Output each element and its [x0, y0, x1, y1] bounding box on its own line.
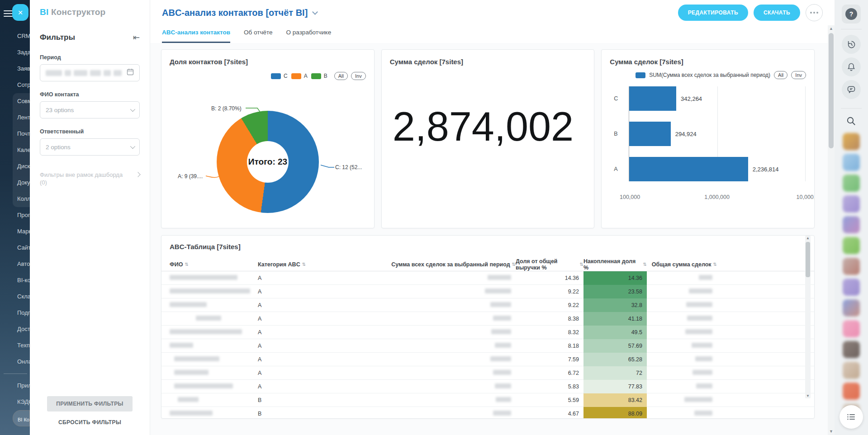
title-dropdown-chevron-icon[interactable] [312, 9, 318, 15]
sidebar-item-сотр[interactable]: Сотр [0, 77, 30, 93]
table-row: A14.3614.36 [161, 271, 814, 285]
sidebar-item-онла[interactable]: Онла [0, 354, 30, 370]
scroll-down-arrow-icon[interactable]: ▼ [828, 429, 835, 434]
bar-A[interactable] [629, 157, 748, 181]
sidebar-item-почт[interactable]: Почт [13, 126, 30, 142]
legend-swatch[interactable] [636, 72, 645, 78]
collapse-panel-icon[interactable]: ⇤ [133, 33, 140, 43]
app-icon-blurred[interactable] [843, 279, 860, 296]
column-header-3[interactable]: Доля от общей выручки %⇅ [516, 258, 583, 271]
sidebar-item-совм[interactable]: Совм [13, 93, 30, 109]
tab-abc-analysis[interactable]: ABC-анализ контактов [162, 29, 230, 43]
column-header-0[interactable]: ФИО⇅ [170, 261, 258, 268]
report-header: ABC-анализ контактов [отчёт BI] РЕДАКТИР… [150, 0, 835, 25]
tab-about-report[interactable]: Об отчёте [244, 29, 272, 43]
legend-swatch [291, 73, 301, 79]
edit-button[interactable]: РЕДАКТИРОВАТЬ [678, 5, 748, 21]
tab-about-developer[interactable]: О разработчике [286, 29, 332, 43]
contact-name-select[interactable]: 23 options [40, 101, 140, 118]
legend-item-B[interactable]: B [311, 73, 327, 79]
app-icon-blurred[interactable] [843, 383, 860, 400]
table-row: B5.5983.42 [161, 393, 814, 407]
sidebar-item-прил[interactable]: Прил [0, 378, 30, 394]
app-icon-blurred[interactable] [843, 341, 860, 358]
cell-share: 9.22 [516, 302, 583, 308]
reset-filters-button[interactable]: СБРОСИТЬ ФИЛЬТРЫ [56, 419, 124, 426]
sidebar-item-марк[interactable]: Марк [0, 223, 30, 240]
page-scrollbar-thumb[interactable] [829, 33, 834, 148]
app-icon-blurred[interactable] [843, 320, 860, 337]
legend-label: C [284, 73, 288, 79]
outer-filters-label: Фильтры вне рамок дашборда [40, 171, 123, 178]
notifications-button[interactable] [842, 57, 861, 76]
legend-swatch [271, 73, 281, 79]
sidebar-item-скла[interactable]: Скла [0, 288, 30, 305]
sidebar-item-авто[interactable]: Авто [0, 256, 30, 272]
search-button[interactable] [846, 116, 857, 128]
page-scrollbar[interactable]: ▲ ▼ [828, 25, 835, 435]
period-input[interactable] [40, 64, 140, 81]
column-label: Категория ABC [258, 261, 300, 268]
app-icon-blurred[interactable] [843, 216, 860, 233]
sidebar-item-crm[interactable]: CRM [0, 28, 30, 44]
sidebar-item-заяв[interactable]: Заяв [0, 61, 30, 77]
widget-menu-button[interactable] [840, 405, 863, 429]
history-button[interactable] [842, 35, 861, 54]
cell-name-blurred [170, 397, 258, 403]
sidebar-item-колл[interactable]: Колл [13, 191, 30, 207]
sidebar-item-кэдо[interactable]: КЭДО [0, 394, 30, 410]
column-label: Сумма всех сделок за выбранный период [391, 261, 510, 268]
donut-slices[interactable]: Итого: 23 [217, 111, 319, 213]
sidebar-item-доку[interactable]: Доку [13, 175, 30, 191]
messenger-button[interactable] [842, 80, 861, 99]
app-icon-blurred[interactable] [843, 258, 860, 275]
bar-B[interactable] [629, 122, 670, 146]
legend-swatch [311, 73, 321, 79]
legend-all-button[interactable]: All [774, 71, 787, 79]
scroll-up-arrow-icon[interactable]: ▲ [828, 26, 835, 31]
sidebar-item-кале[interactable]: Кале [13, 142, 30, 158]
legend-item-C[interactable]: C [271, 73, 288, 79]
cell-total-blurred [647, 316, 717, 322]
sidebar-item-прог[interactable]: Прог [0, 207, 30, 223]
sidebar-item-дост[interactable]: Дост [0, 321, 30, 337]
bar-plot: C342,264B294,924A2,236,814 [629, 86, 805, 181]
table-scrollbar[interactable]: ▲ ▼ [805, 236, 811, 398]
sidebar-item-лент[interactable]: Лент [13, 109, 30, 126]
app-icon-blurred[interactable] [843, 362, 860, 379]
app-icon-blurred[interactable] [843, 195, 860, 213]
legend-inv-button[interactable]: Inv [791, 71, 806, 79]
apply-filters-button[interactable]: ПРИМЕНИТЬ ФИЛЬТРЫ [47, 396, 132, 411]
table-scrollbar-thumb[interactable] [806, 242, 810, 277]
app-icon-blurred[interactable] [843, 175, 860, 192]
close-panel-button[interactable]: × [12, 4, 28, 21]
scroll-down-arrow-icon[interactable]: ▼ [805, 394, 811, 398]
app-icon-blurred[interactable] [843, 133, 860, 150]
legend-inv-button[interactable]: Inv [351, 72, 366, 80]
sidebar-item-сайт[interactable]: Сайт [0, 240, 30, 256]
scroll-up-arrow-icon[interactable]: ▲ [805, 236, 811, 240]
outer-filters-link[interactable]: Фильтры вне рамок дашборда (0) [40, 171, 140, 186]
sidebar-item-зада[interactable]: Зада [0, 44, 30, 61]
bar-C[interactable] [629, 86, 676, 111]
column-header-2[interactable]: Сумма всех сделок за выбранный период⇅ [335, 261, 516, 268]
responsible-select[interactable]: 2 options [40, 138, 140, 156]
sidebar-item-техп[interactable]: Техп [0, 337, 30, 354]
more-actions-button[interactable] [806, 4, 823, 21]
download-button[interactable]: СКАЧАТЬ [754, 5, 800, 21]
app-icon-blurred[interactable] [843, 237, 860, 254]
table-body: A14.3614.36A9.2223.58A9.2232.8A8.3841.18… [161, 271, 814, 419]
legend-all-button[interactable]: All [334, 72, 348, 80]
sidebar-item-диск[interactable]: Диск [13, 158, 30, 175]
sidebar-item-bi-ко[interactable]: BI-ко [0, 272, 30, 288]
blurred-total [699, 275, 712, 280]
app-icon-blurred[interactable] [843, 154, 860, 171]
column-header-4[interactable]: Накопленная доля %⇅ [583, 258, 647, 271]
sidebar-item-подп[interactable]: Подп [0, 305, 30, 321]
column-header-1[interactable]: Категория ABC⇅ [258, 261, 335, 268]
sidebar-item-bi ко[interactable]: BI Ко [13, 410, 30, 426]
legend-item-A[interactable]: A [291, 73, 308, 79]
column-header-5[interactable]: Общая сумма сделок⇅ [647, 261, 717, 268]
app-icon-blurred[interactable] [843, 299, 860, 317]
help-button[interactable]: ? [842, 5, 861, 24]
